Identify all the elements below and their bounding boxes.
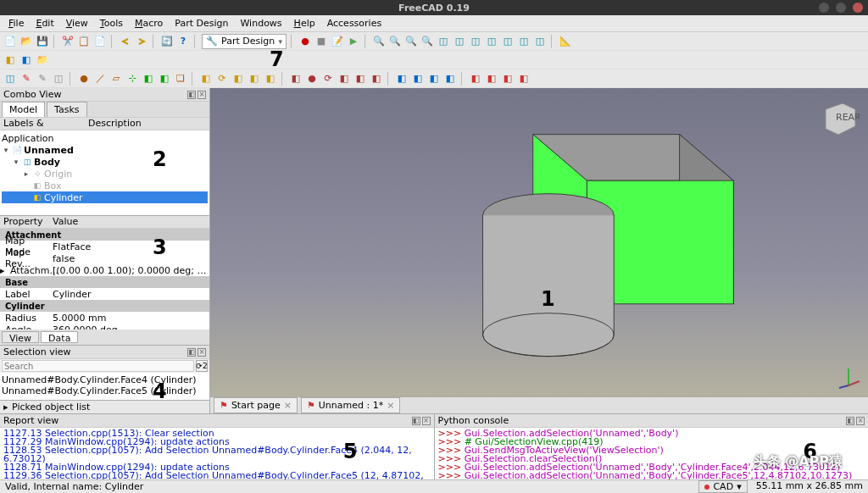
body-icon[interactable]: ◧: [3, 53, 17, 67]
undo-icon[interactable]: [119, 35, 132, 48]
view-front-icon[interactable]: ◫: [453, 35, 466, 48]
tree-body[interactable]: ▾◫Body: [2, 156, 208, 168]
close-button[interactable]: [853, 3, 863, 13]
selection-list[interactable]: Unnamed#Body.Cylinder.Face4 (Cylinder) U…: [0, 373, 209, 400]
redo-icon[interactable]: [135, 35, 148, 48]
shapebinder-icon[interactable]: ◧: [142, 72, 155, 86]
3d-viewport[interactable]: 1 REAR: [210, 88, 868, 396]
tab-model[interactable]: Model: [2, 102, 45, 117]
property-editor[interactable]: Attachment Map ModeFlatFace Map Rev...fa…: [0, 229, 209, 330]
view-bottom-icon[interactable]: ◫: [517, 35, 531, 48]
view-rear-icon[interactable]: ◫: [501, 35, 515, 48]
pad-icon[interactable]: ◧: [199, 72, 213, 86]
mirror-icon[interactable]: ◧: [469, 72, 482, 86]
subshapebinder-icon[interactable]: ◧: [158, 72, 171, 86]
ptab-data[interactable]: Data: [41, 331, 78, 343]
view-iso-icon[interactable]: ◫: [437, 35, 450, 48]
doctab-unnamed[interactable]: ⚑Unnamed : 1*×: [301, 397, 401, 413]
macro-edit-icon[interactable]: 📝: [331, 35, 344, 48]
point-icon[interactable]: ●: [77, 72, 91, 86]
panel-close-icon[interactable]: ×: [198, 91, 206, 99]
create-sketch-icon[interactable]: ✎: [19, 72, 33, 86]
report-float-icon[interactable]: ◧: [412, 417, 420, 425]
selview-float-icon[interactable]: ◧: [187, 348, 196, 357]
selection-item[interactable]: Unnamed#Body.Cylinder.Face4 (Cylinder): [2, 374, 208, 385]
navigation-cube[interactable]: REAR: [817, 97, 860, 139]
loft-icon[interactable]: ◧: [231, 72, 245, 86]
view-top-icon[interactable]: ◫: [469, 35, 482, 48]
helix-icon[interactable]: ◧: [264, 72, 277, 86]
plane-icon[interactable]: ▱: [109, 72, 123, 86]
fillet-icon[interactable]: ◧: [395, 72, 409, 86]
menu-partdesign[interactable]: Part Design: [170, 16, 233, 30]
report-close-icon[interactable]: ×: [422, 417, 431, 425]
menu-help[interactable]: Help: [289, 16, 320, 30]
save-icon[interactable]: 💾: [36, 35, 49, 48]
macro-record-icon[interactable]: ●: [298, 35, 312, 48]
linear-pattern-icon[interactable]: ◧: [485, 72, 498, 86]
view-right-icon[interactable]: ◫: [485, 35, 498, 48]
macro-run-icon[interactable]: ▶: [347, 35, 360, 48]
hole-icon[interactable]: ●: [305, 72, 319, 86]
nav-style-button[interactable]: CAD▾: [698, 480, 747, 493]
menu-accessories[interactable]: Accessories: [322, 16, 387, 30]
prop-radius[interactable]: Radius5.0000 mm: [0, 312, 209, 324]
tree-origin[interactable]: ▸⊹Origin: [2, 168, 208, 180]
tree-box[interactable]: ◧Box: [2, 180, 208, 191]
open-icon[interactable]: 📂: [19, 35, 33, 48]
revolution-icon[interactable]: ⟳: [215, 72, 229, 86]
menu-macro[interactable]: Macro: [130, 16, 168, 30]
map-sketch-icon[interactable]: ◫: [52, 72, 65, 86]
line-icon[interactable]: ／: [93, 72, 107, 86]
picked-object-header[interactable]: ▸Picked object list: [0, 400, 209, 413]
selection-search-input[interactable]: [2, 360, 194, 372]
paste-icon[interactable]: 📄: [93, 35, 107, 48]
ptab-view[interactable]: View: [2, 331, 39, 343]
minimize-button[interactable]: [819, 3, 829, 13]
workbench-selector[interactable]: 🔧 Part Design ▾: [202, 34, 287, 49]
refresh-icon[interactable]: 🔄: [160, 35, 174, 48]
subloft-icon[interactable]: ◧: [337, 72, 351, 86]
group-icon[interactable]: 📁: [36, 53, 49, 67]
zoom-out-icon[interactable]: 🔍: [404, 35, 418, 48]
measure-icon[interactable]: 📐: [559, 35, 572, 48]
prop-label[interactable]: LabelCylinder: [0, 288, 209, 300]
prop-attachment[interactable]: ▸Attachm...[(0.00 0.00 1.00); 0.0000 deg…: [0, 264, 209, 276]
selection-count-icon[interactable]: ⟳2: [196, 360, 208, 372]
create-body-icon[interactable]: ◫: [3, 72, 17, 86]
subsweep-icon[interactable]: ◧: [353, 72, 367, 86]
maximize-button[interactable]: [836, 3, 846, 13]
view-left-icon[interactable]: ◫: [533, 35, 547, 48]
menu-view[interactable]: View: [61, 16, 93, 30]
prop-angle[interactable]: Angle360.0000 deg: [0, 324, 209, 330]
pycon-close-icon[interactable]: ×: [856, 417, 865, 425]
prop-mapreversed[interactable]: Map Rev...false: [0, 252, 209, 264]
whatsthis-icon[interactable]: ?: [176, 35, 190, 48]
menu-edit[interactable]: Edit: [31, 16, 58, 30]
chamfer-icon[interactable]: ◧: [411, 72, 425, 86]
cut-icon[interactable]: ✂️: [61, 35, 75, 48]
zoom-in-icon[interactable]: 🔍: [388, 35, 402, 48]
menu-tools[interactable]: Tools: [95, 16, 128, 30]
close-icon[interactable]: ×: [284, 400, 292, 411]
tree-cylinder[interactable]: ◧Cylinder: [2, 191, 208, 203]
selection-item[interactable]: Unnamed#Body.Cylinder.Face5 (Cylinder): [2, 385, 208, 396]
pycon-float-icon[interactable]: ◧: [846, 417, 854, 425]
copy-icon[interactable]: 📋: [77, 35, 91, 48]
menu-file[interactable]: File: [3, 16, 29, 30]
polar-pattern-icon[interactable]: ◧: [501, 72, 515, 86]
zoom-fit-icon[interactable]: 🔍: [372, 35, 386, 48]
pocket-icon[interactable]: ◧: [289, 72, 303, 86]
tree-document[interactable]: ▾📄Unnamed: [2, 144, 208, 156]
close-icon[interactable]: ×: [387, 400, 394, 411]
selview-close-icon[interactable]: ×: [198, 348, 206, 357]
menu-windows[interactable]: Windows: [235, 16, 287, 30]
panel-float-icon[interactable]: ◧: [187, 91, 196, 99]
report-view-body[interactable]: 1127.13 Selection.cpp(1513): Clear selec…: [0, 428, 434, 479]
tab-tasks[interactable]: Tasks: [47, 102, 86, 117]
groove-icon[interactable]: ⟳: [321, 72, 335, 86]
macro-stop-icon[interactable]: ■: [314, 35, 328, 48]
lcs-icon[interactable]: ⊹: [125, 72, 139, 86]
model-tree[interactable]: Application ▾📄Unnamed ▾◫Body ▸⊹Origin ◧B…: [0, 130, 209, 215]
new-icon[interactable]: 📄: [3, 35, 17, 48]
